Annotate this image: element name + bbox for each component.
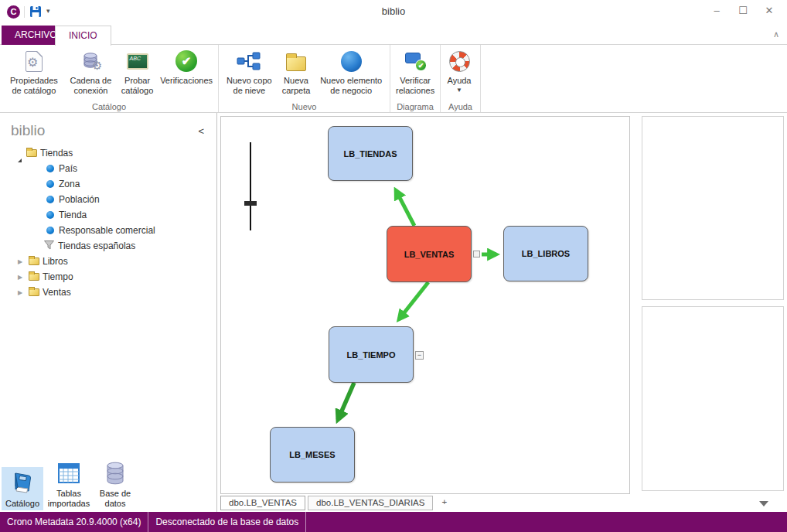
element-icon: [46, 165, 54, 172]
folder-icon: [26, 149, 37, 157]
ribbon-group-catalogo: ⚙ Propiedades de catálogo ⚙: [0, 45, 219, 112]
verificar-relaciones-button[interactable]: ✔ Verificar relaciones: [394, 46, 437, 97]
node-lb-tiempo[interactable]: LB_TIEMPO: [329, 326, 414, 383]
chalkboard-icon: ABC: [124, 48, 151, 74]
tree-item-libros[interactable]: ▶ Libros: [0, 254, 216, 269]
tree-item-tiendas[interactable]: Tiendas: [0, 145, 216, 161]
app-window: C ▾ biblio – ☐ ✕ ARCHIVO INICIO ∧ ⚙: [0, 0, 787, 532]
zoom-slider-track[interactable]: [250, 142, 251, 230]
snowflake-schema-icon: [236, 48, 262, 74]
node-lb-libros[interactable]: LB_LIBROS: [503, 226, 588, 281]
tree-item-poblacion[interactable]: Población: [0, 192, 216, 207]
tab-list-dropdown-icon[interactable]: [759, 501, 768, 506]
sidebar-title: biblio <: [0, 113, 216, 145]
add-tab-button[interactable]: +: [435, 496, 453, 508]
right-panel-bottom: [642, 306, 784, 491]
diagram-canvas[interactable]: LB_TIENDAS LB_VENTAS LB_LIBROS LB_TIEMPO…: [220, 116, 630, 494]
folder-icon: [29, 288, 39, 296]
ribbon: ⚙ Propiedades de catálogo ⚙: [0, 45, 787, 113]
nuevo-copo-nieve-button[interactable]: Nuevo copo de nieve: [222, 46, 277, 97]
tree-item-ventas[interactable]: ▶ Ventas: [0, 285, 216, 300]
doc-tab-lb-ventas-diarias[interactable]: dbo.LB_VENTAS_DIARIAS: [308, 496, 433, 510]
folder-icon: [29, 257, 39, 265]
connection-string-icon: ⚙: [77, 48, 104, 74]
ribbon-tabstrip: ARCHIVO INICIO: [0, 23, 787, 45]
ribbon-group-ayuda: Ayuda ▼ Ayuda: [441, 45, 481, 112]
maximize-button[interactable]: ☐: [730, 0, 756, 23]
check-circle-icon: ✔: [173, 48, 199, 74]
element-icon: [46, 180, 54, 188]
table-grid-icon: [57, 460, 80, 486]
ribbon-group-nuevo: Nuevo copo de nieve Nueva carpeta Nuevo …: [219, 45, 390, 112]
tree-item-responsable-comercial[interactable]: Responsable comercial: [0, 223, 216, 238]
tree-item-zona[interactable]: Zona: [0, 176, 216, 192]
catalog-properties-icon: ⚙: [21, 48, 47, 74]
probar-catalogo-button[interactable]: ABC Probar catálogo: [117, 46, 158, 97]
close-button[interactable]: ✕: [756, 0, 782, 23]
relation-anchor[interactable]: [473, 251, 480, 257]
tree-item-tienda[interactable]: Tienda: [0, 207, 216, 223]
life-ring-icon: [446, 48, 472, 74]
expand-collapse-icon[interactable]: ▶: [15, 258, 26, 265]
nuevo-elemento-negocio-button[interactable]: Nuevo elemento de negocio: [315, 46, 387, 97]
catalog-tree: Tiendas País Zona Población Tienda Respo…: [0, 145, 216, 300]
tree-item-tiendas-espanolas[interactable]: Tiendas españolas: [0, 238, 216, 254]
titlebar: C ▾ biblio – ☐ ✕: [0, 0, 787, 23]
view-button-catalogo[interactable]: Catálogo: [2, 467, 43, 510]
catalog-sidebar: biblio < Tiendas País Zona Población: [0, 113, 217, 512]
statusbar: Crono Metadata 20.9.4000 (x64) Desconect…: [0, 512, 787, 532]
collapse-ribbon-icon[interactable]: ∧: [773, 29, 779, 39]
view-button-base-datos[interactable]: Base de datos: [94, 457, 136, 510]
cadena-conexion-button[interactable]: ⚙ Cadena de conexión: [65, 46, 117, 97]
sidebar-collapse-icon[interactable]: <: [198, 125, 204, 137]
expand-collapse-icon[interactable]: [12, 148, 23, 159]
verify-relations-icon: ✔: [402, 48, 428, 74]
node-lb-tiendas[interactable]: LB_TIENDAS: [328, 126, 413, 181]
node-lb-meses[interactable]: LB_MESES: [270, 427, 355, 483]
view-switcher: Catálogo Tablas importadas: [2, 457, 141, 510]
ribbon-group-diagrama: ✔ Verificar relaciones Diagrama: [390, 45, 441, 112]
minimize-button[interactable]: –: [704, 0, 730, 23]
node-collapse-expander[interactable]: −: [415, 351, 424, 360]
status-version: Crono Metadata 20.9.4000 (x64): [0, 512, 148, 532]
database-icon: [105, 460, 125, 486]
ayuda-dropdown-icon: ▼: [456, 87, 462, 94]
expand-collapse-icon[interactable]: ▶: [15, 274, 26, 281]
zoom-slider-thumb[interactable]: [244, 201, 257, 206]
tree-item-tiempo[interactable]: ▶ Tiempo: [0, 269, 216, 285]
tab-inicio[interactable]: INICIO: [55, 26, 111, 46]
right-panel-top: [642, 116, 784, 300]
view-button-tablas-importadas[interactable]: Tablas importadas: [48, 457, 90, 510]
doc-tab-lb-ventas[interactable]: dbo.LB_VENTAS: [220, 496, 305, 510]
expand-collapse-icon[interactable]: ▶: [15, 289, 26, 296]
folder-icon: [283, 48, 309, 74]
element-icon: [46, 227, 54, 234]
status-connection: Desconectado de la base de datos: [148, 512, 306, 532]
filter-icon: [44, 240, 54, 252]
element-icon: [46, 211, 54, 219]
folder-icon: [29, 273, 39, 281]
window-title: biblio: [0, 0, 787, 23]
element-icon: [46, 196, 54, 203]
ayuda-button[interactable]: Ayuda ▼: [444, 46, 475, 95]
sphere-icon: [338, 48, 364, 74]
tree-item-pais[interactable]: País: [0, 161, 216, 176]
node-lb-ventas[interactable]: LB_VENTAS: [387, 226, 472, 282]
book-icon: [10, 470, 35, 496]
document-tabs: dbo.LB_VENTAS dbo.LB_VENTAS_DIARIAS +: [220, 496, 453, 512]
propiedades-catalogo-button[interactable]: ⚙ Propiedades de catálogo: [3, 46, 65, 97]
nueva-carpeta-button[interactable]: Nueva carpeta: [277, 46, 316, 97]
verificaciones-button[interactable]: ✔ Verificaciones: [158, 46, 215, 87]
